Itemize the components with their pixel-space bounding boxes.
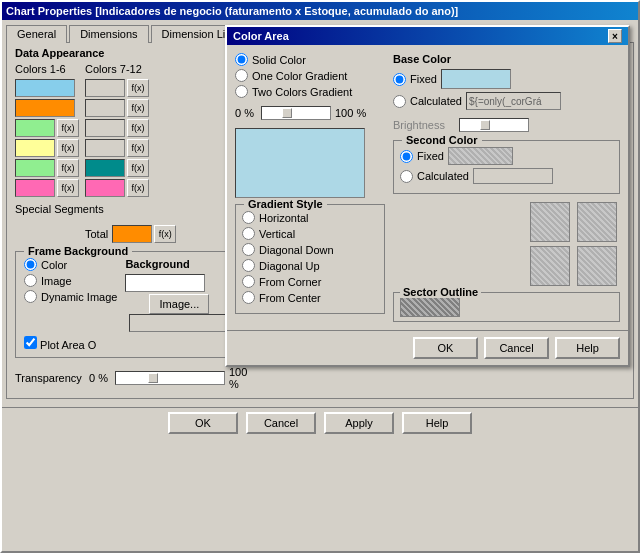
transparency-thumb [148,373,158,383]
color-swatch-5[interactable] [15,159,55,177]
main-cancel-button[interactable]: Cancel [246,412,316,434]
main-help-button[interactable]: Help [402,412,472,434]
two-colors-radio[interactable] [235,85,248,98]
color-radio[interactable] [24,258,37,271]
main-ok-button[interactable]: OK [168,412,238,434]
dialog-title-text: Color Area [233,30,289,42]
one-color-radio[interactable] [235,69,248,82]
diagonal-up-option: Diagonal Up [242,259,378,272]
second-calc-radio[interactable] [400,170,413,183]
color-swatch-2[interactable] [15,99,75,117]
color-swatch-7-row: f(x) [85,79,149,97]
fx-btn-4[interactable]: f(x) [57,139,79,157]
bg-color-input[interactable] [125,274,205,292]
dialog-right-panel: Base Color Fixed Calculated Brightness [393,53,620,322]
fx-btn-3[interactable]: f(x) [57,119,79,137]
diagonal-up-radio[interactable] [242,259,255,272]
brightness-label: Brightness [393,119,453,131]
gradient-style-legend: Gradient Style [244,198,327,210]
from-center-radio[interactable] [242,291,255,304]
main-title-text: Chart Properties [Indicadores de negocio… [6,5,634,17]
image-radio[interactable] [24,274,37,287]
grad-prev-3[interactable] [530,246,570,286]
dialog-title-bar: Color Area × [227,27,628,45]
from-corner-radio[interactable] [242,275,255,288]
second-calc-input[interactable] [473,168,553,184]
image-button[interactable]: Image... [149,294,209,314]
second-color-swatch[interactable] [448,147,513,165]
total-fx-btn[interactable]: f(x) [154,225,176,243]
color-swatch-9[interactable] [85,119,125,137]
transparency-label: Transparency [15,372,85,384]
second-fixed-radio[interactable] [400,150,413,163]
color-swatch-4[interactable] [15,139,55,157]
fx-btn-7[interactable]: f(x) [127,79,149,97]
fx-btn-9[interactable]: f(x) [127,119,149,137]
plot-area-label: Plot Area O [40,339,96,351]
color-swatch-7[interactable] [85,79,125,97]
dialog-ok-button[interactable]: OK [413,337,478,359]
transparency-slider[interactable] [115,371,225,385]
dialog-cancel-button[interactable]: Cancel [484,337,549,359]
brightness-row: Brightness [393,118,620,132]
tab-dimensions[interactable]: Dimensions [69,25,148,43]
diagonal-down-radio[interactable] [242,243,255,256]
total-swatch-row: f(x) [112,225,176,243]
base-color-fixed-row: Fixed [393,69,620,89]
dialog-transparency-slider[interactable] [261,106,331,120]
total-label: Total [85,228,108,240]
vertical-radio[interactable] [242,227,255,240]
horizontal-radio[interactable] [242,211,255,224]
color-swatch-1[interactable] [15,79,75,97]
color-swatch-6[interactable] [15,179,55,197]
dialog-close-button[interactable]: × [608,29,622,43]
colors-1-6-label: Colors 1-6 [15,63,79,75]
two-colors-option: Two Colors Gradient [235,85,385,98]
grad-prev-1[interactable] [530,202,570,242]
plot-area-checkbox[interactable] [24,336,37,349]
fx-btn-11[interactable]: f(x) [127,159,149,177]
dialog-bottom-buttons: OK Cancel Help [227,330,628,365]
color-swatch-8[interactable] [85,99,125,117]
dialog-two-col: Solid Color One Color Gradient Two Color… [235,53,620,322]
dynamic-radio-row: Dynamic Image [24,290,117,303]
fx-btn-8[interactable]: f(x) [127,99,149,117]
grad-prev-2[interactable] [577,202,617,242]
base-fixed-label: Fixed [410,73,437,85]
dynamic-input[interactable] [129,314,229,332]
horizontal-option: Horizontal [242,211,378,224]
horizontal-label: Horizontal [259,212,309,224]
second-calc-row: Calculated [400,168,613,184]
fx-btn-12[interactable]: f(x) [127,179,149,197]
colors-7-12-col: Colors 7-12 f(x) f(x) f(x) [85,63,149,197]
solid-color-option: Solid Color [235,53,385,66]
fx-btn-6[interactable]: f(x) [57,179,79,197]
base-color-calc-row: Calculated [393,92,620,110]
gradient-style-section: Gradient Style Horizontal Vertical Diago… [235,204,385,314]
main-apply-button[interactable]: Apply [324,412,394,434]
dialog-help-button[interactable]: Help [555,337,620,359]
dynamic-radio[interactable] [24,290,37,303]
frame-bg-controls: Background Image... [125,258,229,332]
color-swatch-12[interactable] [85,179,125,197]
image-radio-label: Image [41,275,72,287]
tab-general[interactable]: General [6,25,67,43]
solid-color-radio[interactable] [235,53,248,66]
total-swatch[interactable] [112,225,152,243]
fx-btn-5[interactable]: f(x) [57,159,79,177]
dialog-transparency-row: 0 % 100 % [235,106,385,120]
color-swatch-3[interactable] [15,119,55,137]
base-calc-radio[interactable] [393,95,406,108]
grad-prev-4[interactable] [577,246,617,286]
fx-btn-10[interactable]: f(x) [127,139,149,157]
dynamic-radio-label: Dynamic Image [41,291,117,303]
diagonal-down-label: Diagonal Down [259,244,334,256]
color-swatch-11[interactable] [85,159,125,177]
sector-outline-preview [400,297,460,317]
base-color-swatch[interactable] [441,69,511,89]
color-swatch-10[interactable] [85,139,125,157]
image-radio-row: Image [24,274,117,287]
base-fixed-radio[interactable] [393,73,406,86]
brightness-slider[interactable] [459,118,529,132]
base-calc-input[interactable] [466,92,561,110]
